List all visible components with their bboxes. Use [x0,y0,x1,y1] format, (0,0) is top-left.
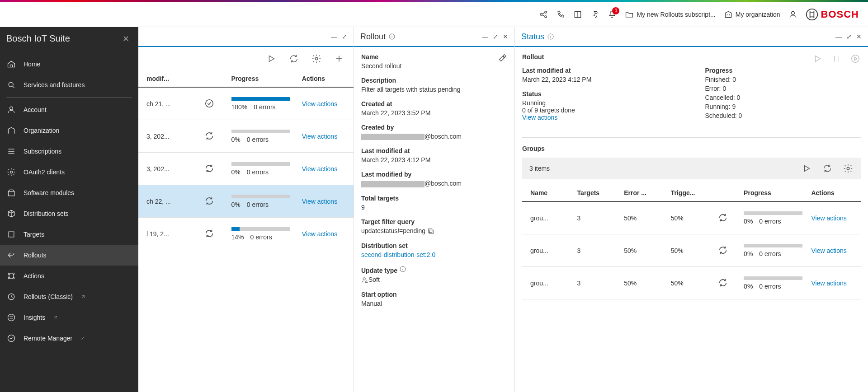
sidebar-item-organization[interactable]: Organization [0,120,138,141]
view-actions-link[interactable]: View actions [811,247,846,254]
play-icon[interactable] [801,163,812,174]
minimize-icon[interactable]: — [331,33,337,40]
sidebar-item-account[interactable]: Account [0,99,138,120]
table-row[interactable]: grou...350%50%0%0 errorsView actions [522,202,861,234]
sidebar-item-rollouts[interactable]: Rollouts [0,245,138,266]
gear-icon [6,167,16,177]
progress-error: Error: 0 [705,85,861,92]
view-actions-link[interactable]: View actions [811,215,846,222]
svg-point-27 [847,167,849,170]
view-actions-link[interactable]: View actions [302,198,337,205]
table-row[interactable]: ch 22, ...0%0 errorsView actions [138,185,354,218]
table-row[interactable]: 3, 202...0%0 errorsView actions [138,153,354,185]
refresh-icon[interactable] [822,163,833,174]
user-icon[interactable] [788,10,797,19]
actions-icon [6,271,16,281]
last-modified-by-value: @bosch.com [361,180,507,187]
pause-icon[interactable] [831,53,842,64]
cell-progress: 0%0 errors [741,244,808,257]
bell-icon[interactable]: 1 [608,10,617,19]
close-icon[interactable]: ✕ [503,33,508,40]
distribution-set-value[interactable]: second-distribution-set:2.0 [361,251,507,258]
info-icon[interactable] [399,267,406,274]
expand-icon[interactable]: ⤢ [846,33,852,40]
folder-icon [625,10,634,19]
add-icon[interactable] [334,53,344,64]
paragraph-icon[interactable] [590,10,599,19]
table-row[interactable]: 3, 202...0%0 errorsView actions [138,120,354,153]
skip-icon[interactable] [850,53,861,64]
copy-icon[interactable] [427,228,434,235]
play-icon[interactable] [812,53,823,64]
play-icon[interactable] [266,53,277,64]
share-icon[interactable] [539,10,548,19]
expand-icon[interactable]: ⤢ [493,33,498,40]
remote-icon [6,333,16,343]
sidebar-item-insights[interactable]: Insights [0,307,138,328]
insights-icon [6,313,16,322]
sidebar-item-distribution[interactable]: Distribution sets [0,203,138,224]
expand-icon[interactable]: ⤢ [342,33,347,40]
subscription-link[interactable]: My new Rollouts subscript... [625,10,715,19]
sidebar: Bosch IoT Suite ✕ Home Services and feat… [0,27,138,392]
svg-point-2 [545,15,547,17]
sidebar-item-services[interactable]: Services and features [0,75,138,95]
table-row[interactable]: grou...350%50%0%0 errorsView actions [522,234,861,267]
svg-rect-22 [429,229,432,233]
view-actions-link[interactable]: View actions [522,114,678,121]
table-row[interactable]: grou...350%50%0%0 errorsView actions [522,267,861,299]
organization-link[interactable]: My organization [724,10,780,19]
progress-running: Running: 9 [705,103,861,110]
column-actions: Actions [299,75,348,82]
minimize-icon[interactable]: — [835,33,842,40]
book-icon[interactable] [573,10,582,19]
cell-targets: 3 [575,247,622,254]
home-icon [6,59,16,69]
view-actions-link[interactable]: View actions [302,230,337,238]
sidebar-item-targets[interactable]: Targets [0,224,138,245]
view-actions-link[interactable]: View actions [302,165,337,173]
start-option-value: Manual [361,300,507,307]
sidebar-item-label: Services and features [24,81,85,89]
cell-error: 50% [621,280,668,287]
sidebar-item-rollouts-classic[interactable]: Rollouts (Classic) [0,286,138,307]
settings-icon[interactable] [311,53,322,64]
cell-modified: ch 21, ... [144,100,201,107]
status-value: Running [522,99,678,107]
close-icon[interactable]: ✕ [856,33,862,40]
sidebar-item-home[interactable]: Home [0,54,138,75]
table-row[interactable]: ch 21, ...100%0 errorsView actions [138,88,354,120]
created-at-label: Created at [361,100,507,107]
sidebar-item-remote[interactable]: Remote Manager [0,328,138,349]
svg-point-7 [10,107,13,110]
sidebar-item-software[interactable]: Software modules [0,182,138,203]
sidebar-item-subscriptions[interactable]: Subscriptions [0,141,138,162]
sidebar-item-oauth[interactable]: OAuth2 clients [0,162,138,182]
close-icon[interactable]: ✕ [123,34,129,44]
rollouts-list-panel: — ⤢ modif... Progress Actions [138,27,354,392]
info-icon[interactable] [547,33,554,40]
progress-scheduled: Scheduled: 0 [705,112,861,119]
settings-icon[interactable] [843,163,854,174]
subscription-label: My new Rollouts subscript... [637,11,715,18]
sidebar-title: Bosch IoT Suite [6,33,70,44]
table-row[interactable]: l 19, 2...14%0 errorsView actions [138,218,354,250]
package-icon [6,188,16,198]
view-actions-link[interactable]: View actions [811,280,846,287]
tools-icon[interactable] [496,53,507,64]
rollouts-icon [6,250,16,260]
view-actions-link[interactable]: View actions [302,133,337,140]
phone-icon[interactable] [556,10,565,19]
bosch-logo: BOSCH [806,8,859,21]
external-link-icon [80,294,85,299]
cell-modified: 3, 202... [144,133,201,140]
svg-point-18 [315,57,318,60]
minimize-icon[interactable]: — [482,33,488,40]
sidebar-item-actions[interactable]: Actions [0,266,138,286]
cell-name: grou... [528,247,575,254]
info-icon[interactable] [388,33,396,40]
view-actions-link[interactable]: View actions [302,100,337,107]
cell-error: 50% [621,215,668,222]
org-icon [6,126,16,135]
refresh-icon[interactable] [288,53,299,64]
